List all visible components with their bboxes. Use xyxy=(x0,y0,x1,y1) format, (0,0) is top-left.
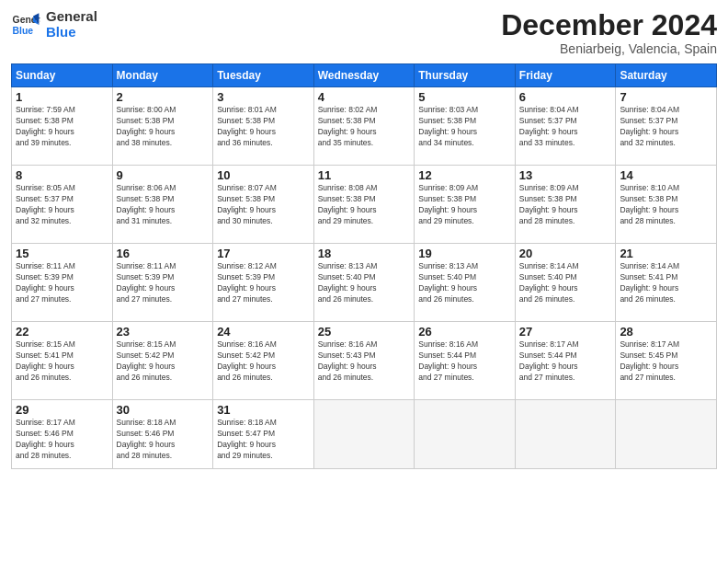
calendar-cell: 11Sunrise: 8:08 AM Sunset: 5:38 PM Dayli… xyxy=(313,166,415,244)
day-number: 3 xyxy=(217,90,310,104)
day-number: 4 xyxy=(318,90,411,104)
calendar-table: SundayMondayTuesdayWednesdayThursdayFrid… xyxy=(11,63,717,469)
calendar-week-row: 22Sunrise: 8:15 AM Sunset: 5:41 PM Dayli… xyxy=(12,322,717,400)
calendar-cell: 31Sunrise: 8:18 AM Sunset: 5:47 PM Dayli… xyxy=(213,400,314,469)
day-number: 5 xyxy=(418,90,511,104)
day-info: Sunrise: 8:06 AM Sunset: 5:38 PM Dayligh… xyxy=(117,183,210,227)
svg-text:Blue: Blue xyxy=(13,25,34,35)
calendar-cell: 15Sunrise: 8:11 AM Sunset: 5:39 PM Dayli… xyxy=(12,244,113,322)
day-info: Sunrise: 8:05 AM Sunset: 5:37 PM Dayligh… xyxy=(16,183,108,227)
calendar-cell: 5Sunrise: 8:03 AM Sunset: 5:38 PM Daylig… xyxy=(415,87,516,166)
calendar-cell: 21Sunrise: 8:14 AM Sunset: 5:41 PM Dayli… xyxy=(616,244,717,322)
calendar-subtitle: Beniarbeig, Valencia, Spain xyxy=(501,41,717,56)
day-info: Sunrise: 8:11 AM Sunset: 5:39 PM Dayligh… xyxy=(16,261,108,305)
logo-blue: Blue xyxy=(46,25,97,40)
weekday-header-row: SundayMondayTuesdayWednesdayThursdayFrid… xyxy=(12,64,717,87)
day-info: Sunrise: 8:18 AM Sunset: 5:46 PM Dayligh… xyxy=(117,418,210,462)
calendar-cell xyxy=(515,400,616,469)
calendar-cell: 26Sunrise: 8:16 AM Sunset: 5:44 PM Dayli… xyxy=(415,322,516,400)
calendar-cell: 2Sunrise: 8:00 AM Sunset: 5:38 PM Daylig… xyxy=(112,87,213,166)
calendar-cell: 8Sunrise: 8:05 AM Sunset: 5:37 PM Daylig… xyxy=(12,166,113,244)
day-number: 27 xyxy=(519,325,612,339)
calendar-title: December 2024 xyxy=(501,9,717,41)
day-number: 6 xyxy=(519,90,612,104)
calendar-cell: 29Sunrise: 8:17 AM Sunset: 5:46 PM Dayli… xyxy=(12,400,113,469)
day-info: Sunrise: 8:04 AM Sunset: 5:37 PM Dayligh… xyxy=(620,105,712,149)
calendar-cell: 30Sunrise: 8:18 AM Sunset: 5:46 PM Dayli… xyxy=(112,400,213,469)
day-info: Sunrise: 8:15 AM Sunset: 5:42 PM Dayligh… xyxy=(117,339,210,384)
weekday-header: Thursday xyxy=(415,64,516,87)
day-info: Sunrise: 8:17 AM Sunset: 5:45 PM Dayligh… xyxy=(620,339,712,384)
day-number: 25 xyxy=(318,325,411,339)
day-number: 21 xyxy=(620,247,712,260)
day-number: 24 xyxy=(217,325,310,339)
calendar-cell: 3Sunrise: 8:01 AM Sunset: 5:38 PM Daylig… xyxy=(213,87,314,166)
calendar-cell: 13Sunrise: 8:09 AM Sunset: 5:38 PM Dayli… xyxy=(515,166,616,244)
header: General Blue General Blue December 2024 … xyxy=(11,9,717,56)
calendar-cell: 14Sunrise: 8:10 AM Sunset: 5:38 PM Dayli… xyxy=(616,166,717,244)
calendar-cell: 12Sunrise: 8:09 AM Sunset: 5:38 PM Dayli… xyxy=(415,166,516,244)
day-number: 20 xyxy=(519,247,612,260)
calendar-cell: 27Sunrise: 8:17 AM Sunset: 5:44 PM Dayli… xyxy=(515,322,616,400)
calendar-cell: 25Sunrise: 8:16 AM Sunset: 5:43 PM Dayli… xyxy=(313,322,415,400)
day-info: Sunrise: 8:11 AM Sunset: 5:39 PM Dayligh… xyxy=(117,261,210,305)
weekday-header: Friday xyxy=(515,64,616,87)
calendar-container: General Blue General Blue December 2024 … xyxy=(0,0,728,563)
day-info: Sunrise: 8:02 AM Sunset: 5:38 PM Dayligh… xyxy=(318,105,411,149)
calendar-cell: 17Sunrise: 8:12 AM Sunset: 5:39 PM Dayli… xyxy=(213,244,314,322)
day-info: Sunrise: 8:00 AM Sunset: 5:38 PM Dayligh… xyxy=(117,105,210,149)
day-info: Sunrise: 8:16 AM Sunset: 5:44 PM Dayligh… xyxy=(418,339,511,384)
calendar-cell: 1Sunrise: 7:59 AM Sunset: 5:38 PM Daylig… xyxy=(12,87,113,166)
calendar-cell: 23Sunrise: 8:15 AM Sunset: 5:42 PM Dayli… xyxy=(112,322,213,400)
day-number: 15 xyxy=(16,247,108,260)
day-info: Sunrise: 8:12 AM Sunset: 5:39 PM Dayligh… xyxy=(217,261,310,305)
weekday-header: Wednesday xyxy=(313,64,415,87)
title-block: December 2024 Beniarbeig, Valencia, Spai… xyxy=(501,9,717,56)
day-info: Sunrise: 8:15 AM Sunset: 5:41 PM Dayligh… xyxy=(16,339,108,384)
day-number: 19 xyxy=(418,247,511,260)
day-number: 28 xyxy=(620,325,712,339)
day-number: 18 xyxy=(318,247,411,260)
logo-icon: General Blue xyxy=(11,10,40,40)
day-number: 30 xyxy=(117,403,210,417)
day-info: Sunrise: 8:01 AM Sunset: 5:38 PM Dayligh… xyxy=(217,105,310,149)
weekday-header: Monday xyxy=(112,64,213,87)
day-info: Sunrise: 8:17 AM Sunset: 5:46 PM Dayligh… xyxy=(16,418,108,462)
day-info: Sunrise: 8:10 AM Sunset: 5:38 PM Dayligh… xyxy=(620,183,712,227)
calendar-cell xyxy=(616,400,717,469)
logo: General Blue General Blue xyxy=(11,9,97,40)
calendar-week-row: 8Sunrise: 8:05 AM Sunset: 5:37 PM Daylig… xyxy=(12,166,717,244)
calendar-cell: 18Sunrise: 8:13 AM Sunset: 5:40 PM Dayli… xyxy=(313,244,415,322)
day-info: Sunrise: 8:13 AM Sunset: 5:40 PM Dayligh… xyxy=(418,261,511,305)
day-number: 10 xyxy=(217,168,310,182)
calendar-cell: 10Sunrise: 8:07 AM Sunset: 5:38 PM Dayli… xyxy=(213,166,314,244)
day-number: 16 xyxy=(117,247,210,260)
day-number: 1 xyxy=(16,90,108,104)
calendar-cell: 16Sunrise: 8:11 AM Sunset: 5:39 PM Dayli… xyxy=(112,244,213,322)
calendar-cell: 22Sunrise: 8:15 AM Sunset: 5:41 PM Dayli… xyxy=(12,322,113,400)
calendar-cell: 4Sunrise: 8:02 AM Sunset: 5:38 PM Daylig… xyxy=(313,87,415,166)
day-number: 8 xyxy=(16,168,108,182)
day-info: Sunrise: 8:09 AM Sunset: 5:38 PM Dayligh… xyxy=(418,183,511,227)
day-info: Sunrise: 7:59 AM Sunset: 5:38 PM Dayligh… xyxy=(16,105,108,149)
day-number: 2 xyxy=(117,90,210,104)
day-number: 22 xyxy=(16,325,108,339)
calendar-cell: 6Sunrise: 8:04 AM Sunset: 5:37 PM Daylig… xyxy=(515,87,616,166)
calendar-cell: 28Sunrise: 8:17 AM Sunset: 5:45 PM Dayli… xyxy=(616,322,717,400)
day-number: 17 xyxy=(217,247,310,260)
day-number: 23 xyxy=(117,325,210,339)
day-info: Sunrise: 8:03 AM Sunset: 5:38 PM Dayligh… xyxy=(418,105,511,149)
day-info: Sunrise: 8:08 AM Sunset: 5:38 PM Dayligh… xyxy=(318,183,411,227)
calendar-week-row: 15Sunrise: 8:11 AM Sunset: 5:39 PM Dayli… xyxy=(12,244,717,322)
logo-general: General xyxy=(46,9,97,25)
day-number: 29 xyxy=(16,403,108,417)
calendar-week-row: 1Sunrise: 7:59 AM Sunset: 5:38 PM Daylig… xyxy=(12,87,717,166)
day-info: Sunrise: 8:13 AM Sunset: 5:40 PM Dayligh… xyxy=(318,261,411,305)
day-info: Sunrise: 8:16 AM Sunset: 5:43 PM Dayligh… xyxy=(318,339,411,384)
day-number: 9 xyxy=(117,168,210,182)
day-number: 31 xyxy=(217,403,310,417)
calendar-cell xyxy=(313,400,415,469)
day-info: Sunrise: 8:14 AM Sunset: 5:41 PM Dayligh… xyxy=(620,261,712,305)
day-info: Sunrise: 8:09 AM Sunset: 5:38 PM Dayligh… xyxy=(519,183,612,227)
day-info: Sunrise: 8:04 AM Sunset: 5:37 PM Dayligh… xyxy=(519,105,612,149)
